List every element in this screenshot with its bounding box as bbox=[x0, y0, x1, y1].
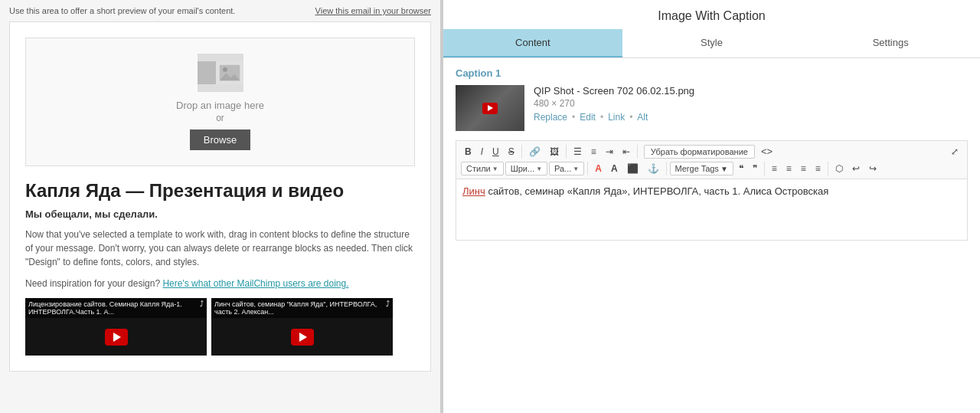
email-body-text-2: Need inspiration for your design? Here's… bbox=[25, 277, 415, 290]
image-file-name: QIP Shot - Screen 702 06.02.15.png bbox=[534, 85, 694, 97]
code-button[interactable]: <> bbox=[756, 144, 777, 159]
share-icon-1: ⤴ bbox=[200, 300, 204, 308]
tab-content[interactable]: Content bbox=[443, 29, 622, 57]
strikethrough-button[interactable]: S bbox=[505, 145, 518, 159]
mailchimp-link[interactable]: Here's what other MailChimp users are do… bbox=[162, 278, 348, 289]
thumb-img-sim bbox=[456, 85, 524, 131]
toolbar-row-2: Стили ▼ Шри... ▼ Ра... ▼ A A ⬛ ⚓ Mer bbox=[461, 162, 962, 175]
toolbar-separator-3 bbox=[637, 145, 638, 159]
bg-color-button[interactable]: A bbox=[607, 162, 622, 175]
align-justify-button[interactable]: ≡ bbox=[812, 162, 825, 175]
image-actions: Replace • Edit • Link • Alt bbox=[534, 112, 694, 123]
align-left-button[interactable]: ≡ bbox=[768, 162, 781, 175]
image-thumbnail bbox=[456, 85, 524, 131]
styles-arrow: ▼ bbox=[492, 166, 498, 172]
toolbar-separator-5 bbox=[666, 162, 667, 175]
video-thumb-1[interactable]: Лицензирование сайтов. Семинар Капля Яда… bbox=[25, 298, 207, 356]
video-title-1: Лицензирование сайтов. Семинар Капля Яда… bbox=[25, 298, 207, 318]
align-button[interactable]: ⬛ bbox=[623, 162, 642, 175]
image-button[interactable]: 🖼 bbox=[546, 145, 563, 159]
font-dropdown[interactable]: Шри... ▼ bbox=[505, 162, 547, 175]
editor-area[interactable]: Линч сайтов, семинар «Капля Яда», ИНТЕРВ… bbox=[456, 179, 968, 241]
editor-text: сайтов, семинар «Капля Яда», ИНТЕРВОЛГА,… bbox=[488, 185, 828, 197]
caption-label: Caption 1 bbox=[456, 67, 968, 79]
toolbar-separator-7 bbox=[828, 162, 828, 175]
toolbar-row-1: B I U S 🔗 🖼 ☰ ≡ ⇥ ⇤ Убрать форматировани… bbox=[461, 144, 962, 159]
outdent-button[interactable]: ⇤ bbox=[619, 145, 634, 159]
thumb-play-tri bbox=[488, 105, 493, 111]
underline-button[interactable]: U bbox=[488, 145, 503, 159]
ordered-list-button[interactable]: ≡ bbox=[587, 145, 600, 159]
image-drop-area[interactable]: Drop an image here or Browse bbox=[25, 38, 415, 166]
email-title: Капля Яда — Презентация и видео bbox=[25, 179, 415, 202]
styles-dropdown[interactable]: Стили ▼ bbox=[461, 162, 504, 175]
unordered-list-button[interactable]: ☰ bbox=[570, 145, 586, 159]
toolbar-right-icons: ⤢ bbox=[947, 145, 962, 159]
font-color-button[interactable]: A bbox=[591, 162, 606, 175]
video-title-2: Линч сайтов, семинар "Капля Яда", ИНТЕРВ… bbox=[211, 298, 393, 318]
video-play-row-1 bbox=[25, 318, 207, 356]
email-body: Drop an image here or Browse Капля Яда —… bbox=[9, 21, 431, 372]
blockquote-button[interactable]: ❝ bbox=[735, 162, 747, 175]
size-arrow: ▼ bbox=[573, 166, 579, 172]
tab-settings[interactable]: Settings bbox=[801, 29, 980, 57]
share-icon-2: ⤴ bbox=[386, 300, 390, 308]
replace-action[interactable]: Replace bbox=[534, 112, 567, 123]
browse-button[interactable]: Browse bbox=[190, 129, 250, 150]
tabs-bar: Content Style Settings bbox=[443, 29, 980, 58]
video-overlay-2: Линч сайтов, семинар "Капля Яда", ИНТЕРВ… bbox=[211, 298, 393, 356]
merge-tags-dropdown[interactable]: Merge Tags ▼ bbox=[670, 162, 733, 175]
email-subtitle: Мы обещали, мы сделали. bbox=[25, 208, 415, 220]
email-preview-header: Use this area to offer a short preview o… bbox=[0, 0, 440, 21]
video-play-row-2 bbox=[211, 318, 393, 356]
special-button[interactable]: ⬡ bbox=[831, 162, 847, 175]
video-thumbnails: Лицензирование сайтов. Семинар Капля Яда… bbox=[25, 298, 415, 356]
view-email-link[interactable]: View this email in your browser bbox=[315, 6, 431, 15]
toolbar-separator-2 bbox=[566, 145, 567, 159]
dot-3: • bbox=[629, 112, 632, 123]
thumb-play-icon bbox=[482, 103, 498, 114]
panel-title: Image With Caption bbox=[443, 0, 980, 29]
link-button[interactable]: 🔗 bbox=[525, 145, 544, 159]
remove-format-button[interactable]: Убрать форматирование bbox=[644, 145, 755, 159]
preview-text: Use this area to offer a short preview o… bbox=[9, 6, 235, 15]
svg-point-2 bbox=[223, 67, 227, 72]
anchor-button[interactable]: ⚓ bbox=[644, 162, 663, 175]
or-text: or bbox=[216, 113, 224, 123]
link-action[interactable]: Link bbox=[608, 112, 625, 123]
italic-button[interactable]: I bbox=[477, 145, 487, 159]
size-dropdown[interactable]: Ра... ▼ bbox=[549, 162, 584, 175]
toolbar-separator-4 bbox=[587, 162, 588, 175]
drop-text: Drop an image here bbox=[176, 100, 264, 111]
dot-1: • bbox=[572, 112, 575, 123]
unblockquote-button[interactable]: ❞ bbox=[749, 162, 761, 175]
align-right-button[interactable]: ≡ bbox=[797, 162, 810, 175]
video-overlay-1: Лицензирование сайтов. Семинар Капля Яда… bbox=[25, 298, 207, 356]
undo-button[interactable]: ↩ bbox=[848, 162, 864, 175]
image-meta: QIP Shot - Screen 702 06.02.15.png 480 ×… bbox=[534, 85, 694, 123]
editor-link[interactable]: Линч bbox=[462, 185, 485, 197]
bold-button[interactable]: B bbox=[461, 145, 475, 159]
redo-button[interactable]: ↪ bbox=[865, 162, 880, 175]
play-triangle-2 bbox=[299, 333, 307, 342]
alt-action[interactable]: Alt bbox=[637, 112, 648, 123]
image-placeholder-icon bbox=[198, 54, 243, 92]
play-button-2[interactable] bbox=[291, 329, 314, 346]
toolbar-separator-1 bbox=[521, 145, 522, 159]
tab-style[interactable]: Style bbox=[622, 29, 802, 57]
edit-action[interactable]: Edit bbox=[580, 112, 596, 123]
image-info-row: QIP Shot - Screen 702 06.02.15.png 480 ×… bbox=[456, 85, 968, 131]
right-panel: Image With Caption Content Style Setting… bbox=[443, 0, 980, 413]
play-triangle-1 bbox=[113, 333, 121, 342]
dot-2: • bbox=[600, 112, 603, 123]
font-arrow: ▼ bbox=[536, 166, 542, 172]
video-thumb-2[interactable]: Линч сайтов, семинар "Капля Яда", ИНТЕРВ… bbox=[211, 298, 393, 356]
play-button-1[interactable] bbox=[105, 329, 128, 346]
indent-button[interactable]: ⇥ bbox=[602, 145, 617, 159]
left-panel: Use this area to offer a short preview o… bbox=[0, 0, 440, 413]
expand-button[interactable]: ⤢ bbox=[947, 145, 962, 159]
align-center-button[interactable]: ≡ bbox=[782, 162, 795, 175]
toolbar-separator-6 bbox=[764, 162, 765, 175]
email-body-text-1: Now that you've selected a template to w… bbox=[25, 228, 415, 269]
toolbar: B I U S 🔗 🖼 ☰ ≡ ⇥ ⇤ Убрать форматировани… bbox=[456, 140, 968, 179]
